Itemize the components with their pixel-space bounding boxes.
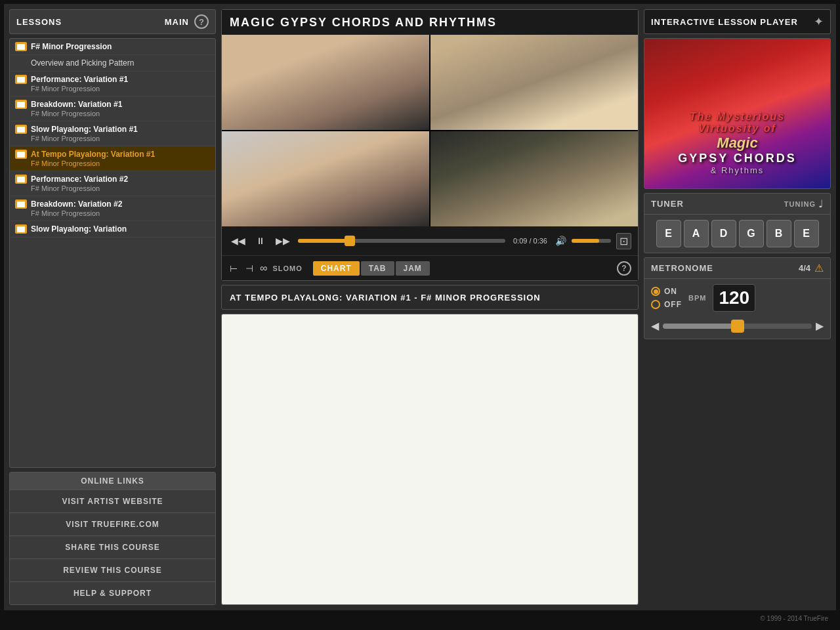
list-item[interactable]: Breakdown: Variation #1 F# Minor Progres… bbox=[10, 96, 215, 121]
metro-slider-left-arrow[interactable]: ◀ bbox=[651, 320, 659, 332]
list-item[interactable]: Overview and Picking Pattern bbox=[10, 55, 215, 72]
bpm-label: BPM bbox=[688, 294, 706, 302]
string-e-low-button[interactable]: E bbox=[656, 220, 681, 247]
progress-bar[interactable] bbox=[298, 239, 505, 243]
metro-warning-icon: ⚠ bbox=[814, 262, 824, 274]
list-item[interactable]: F# Minor Progression bbox=[10, 39, 215, 55]
list-item[interactable]: Performance: Variation #1 F# Minor Progr… bbox=[10, 72, 215, 96]
online-links-section: ONLINE LINKS VISIT ARTIST WEBSITE VISIT … bbox=[9, 472, 216, 605]
list-item[interactable]: At Tempo Playalong: Variation #1 F# Mino… bbox=[10, 146, 215, 171]
app-frame: LESSONS MAIN ? F# Minor Progression bbox=[0, 0, 840, 630]
volume-icon: 🔊 bbox=[555, 236, 566, 246]
lesson-icon bbox=[15, 75, 27, 84]
radio-off-dot bbox=[651, 300, 660, 309]
volume-fill bbox=[572, 239, 599, 243]
course-name: GYPSY CHORDS bbox=[644, 152, 830, 165]
rewind-button[interactable]: ◀◀ bbox=[228, 234, 248, 247]
visit-artist-button[interactable]: VISIT ARTIST WEBSITE bbox=[10, 490, 215, 513]
step-forward-button[interactable]: ⊣ bbox=[244, 262, 255, 275]
visit-truefire-button[interactable]: VISIT TRUEFIRE.COM bbox=[10, 513, 215, 536]
lesson-title: Overview and Picking Pattern bbox=[31, 58, 134, 68]
metro-radio-group: ON OFF bbox=[651, 287, 682, 309]
tuner-section: TUNER TUNING ♩ E A D G B E bbox=[644, 193, 831, 253]
metro-on-radio[interactable]: ON bbox=[651, 287, 682, 296]
lesson-subtitle: F# Minor Progression bbox=[15, 184, 210, 192]
footer-copyright: © 1999 - 2014 TrueFire bbox=[760, 615, 828, 622]
right-panel: INTERACTIVE LESSON PLAYER ✦ The Mysterio… bbox=[644, 9, 831, 605]
video-cell-bottom-right bbox=[430, 131, 638, 226]
lesson-subtitle-text: AT TEMPO PLAYALONG: VARIATION #1 - F# MI… bbox=[230, 293, 541, 303]
play-pause-button[interactable]: ⏸ bbox=[253, 234, 268, 247]
lesson-icon bbox=[15, 42, 27, 51]
list-item[interactable]: Slow Playalong: Variation #1 F# Minor Pr… bbox=[10, 121, 215, 146]
radio-off-label: OFF bbox=[664, 300, 682, 309]
list-item[interactable]: Breakdown: Variation #2 F# Minor Progres… bbox=[10, 196, 215, 221]
course-subtitle: The MysteriousVirtuosity of bbox=[644, 111, 830, 135]
lessons-main-label: MAIN bbox=[165, 17, 189, 27]
time-display: 0:09 / 0:36 bbox=[511, 237, 550, 245]
list-item[interactable]: Slow Playalong: Variation bbox=[10, 221, 215, 238]
fullscreen-button[interactable]: ⊡ bbox=[616, 233, 631, 249]
metro-slider-fill bbox=[663, 324, 738, 329]
metro-slider-thumb[interactable] bbox=[731, 320, 744, 333]
string-g-button[interactable]: G bbox=[739, 220, 764, 247]
metro-header: METRONOME 4/4 ⚠ bbox=[644, 258, 830, 279]
step-back-button[interactable]: ⊢ bbox=[228, 262, 239, 275]
course-image-overlay: The MysteriousVirtuosity of Magic GYPSY … bbox=[644, 111, 830, 175]
metro-slider-right-arrow[interactable]: ▶ bbox=[816, 320, 824, 332]
tuning-icon: ♩ bbox=[818, 198, 824, 210]
lesson-title: Breakdown: Variation #1 bbox=[31, 100, 122, 109]
metronome-section: METRONOME 4/4 ⚠ ON OFF bbox=[644, 257, 831, 339]
progress-fill bbox=[298, 239, 350, 243]
bottom-help-icon[interactable]: ? bbox=[617, 261, 631, 276]
lesson-subtitle: F# Minor Progression bbox=[15, 85, 210, 93]
progress-thumb[interactable] bbox=[345, 236, 355, 246]
ilp-header: INTERACTIVE LESSON PLAYER ✦ bbox=[644, 9, 831, 34]
metro-slider[interactable] bbox=[663, 324, 812, 329]
string-b-button[interactable]: B bbox=[766, 220, 791, 247]
center-panel: MAGIC GYPSY CHORDS AND RHYTHMS ◀◀ ⏸ ▶▶ bbox=[221, 9, 639, 605]
lesson-title: F# Minor Progression bbox=[31, 42, 112, 51]
loop-button[interactable]: ∞ bbox=[260, 262, 267, 274]
lesson-title: Performance: Variation #2 bbox=[31, 175, 128, 184]
jam-tab-button[interactable]: JAM bbox=[396, 261, 430, 276]
ilp-title: INTERACTIVE LESSON PLAYER bbox=[651, 17, 814, 27]
lesson-icon bbox=[15, 100, 27, 109]
video-cell-top-right bbox=[430, 35, 638, 130]
share-course-button[interactable]: SHARE THIS COURSE bbox=[10, 536, 215, 559]
video-title: MAGIC GYPSY CHORDS AND RHYTHMS bbox=[230, 16, 497, 30]
metro-controls: ON OFF BPM 120 bbox=[644, 279, 830, 317]
course-image-title: Magic bbox=[644, 135, 830, 152]
tab-tab-button[interactable]: TAB bbox=[361, 261, 394, 276]
video-cell-bottom-left bbox=[222, 131, 429, 226]
lesson-icon bbox=[15, 150, 27, 159]
course-image: The MysteriousVirtuosity of Magic GYPSY … bbox=[644, 38, 831, 189]
lessons-list[interactable]: F# Minor Progression Overview and Pickin… bbox=[9, 38, 216, 468]
course-and: & Rhythms bbox=[644, 165, 830, 175]
lesson-subtitle: F# Minor Progression bbox=[15, 135, 210, 142]
string-a-button[interactable]: A bbox=[684, 220, 709, 247]
lesson-icon bbox=[15, 224, 27, 234]
video-controls: ◀◀ ⏸ ▶▶ 0:09 / 0:36 🔊 ⊡ bbox=[222, 226, 638, 255]
help-support-button[interactable]: HELP & SUPPORT bbox=[10, 582, 215, 604]
volume-bar[interactable] bbox=[572, 239, 611, 243]
radio-on-label: ON bbox=[664, 287, 677, 296]
string-e-high-button[interactable]: E bbox=[794, 220, 819, 247]
metro-slider-row: ◀ ▶ bbox=[644, 317, 830, 339]
tuner-title: TUNER bbox=[651, 199, 784, 209]
lesson-subtitle-bar: AT TEMPO PLAYALONG: VARIATION #1 - F# MI… bbox=[221, 285, 639, 310]
forward-button[interactable]: ▶▶ bbox=[273, 234, 293, 247]
review-course-button[interactable]: REVIEW THIS COURSE bbox=[10, 559, 215, 582]
video-title-bar: MAGIC GYPSY CHORDS AND RHYTHMS bbox=[222, 10, 638, 35]
lessons-help-icon[interactable]: ? bbox=[194, 14, 209, 29]
lessons-title: LESSONS bbox=[16, 17, 165, 27]
string-d-button[interactable]: D bbox=[711, 220, 736, 247]
metro-time-sig: 4/4 bbox=[799, 263, 810, 273]
chart-tab-button[interactable]: CHART bbox=[313, 261, 360, 276]
list-item[interactable]: Performance: Variation #2 F# Minor Progr… bbox=[10, 171, 215, 196]
ilp-logo-icon: ✦ bbox=[814, 14, 824, 29]
lesson-subtitle: F# Minor Progression bbox=[15, 110, 210, 117]
lesson-title: At Tempo Playalong: Variation #1 bbox=[31, 150, 155, 159]
metro-off-radio[interactable]: OFF bbox=[651, 300, 682, 309]
lesson-subtitle: F# Minor Progression bbox=[15, 159, 210, 167]
